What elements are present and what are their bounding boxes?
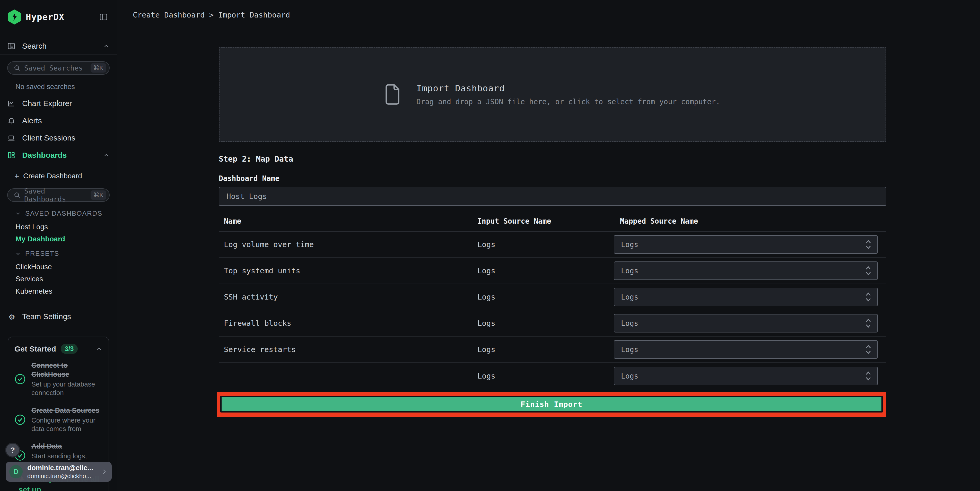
check-circle-icon xyxy=(14,414,26,425)
mapped-source-value: Logs xyxy=(621,293,865,301)
step-title: Step 2: Map Data xyxy=(219,154,886,164)
select-chevrons-icon xyxy=(865,344,872,354)
saved-searches-placeholder: Saved Searches xyxy=(24,64,91,72)
row-input-source: Logs xyxy=(477,372,614,380)
saved-searches-input[interactable]: Saved Searches ⌘K xyxy=(7,61,110,75)
section-label: SAVED DASHBOARDS xyxy=(25,210,102,218)
search-icon xyxy=(13,191,21,199)
get-started-item[interactable]: Create Data Sources Configure where your… xyxy=(14,406,102,433)
create-dashboard-button[interactable]: + Create Dashboard xyxy=(14,171,82,181)
dashboard-name-input[interactable]: Host Logs xyxy=(219,187,886,206)
mapped-source-select[interactable]: Logs xyxy=(614,314,878,332)
row-input-source: Logs xyxy=(477,240,614,249)
mapped-source-value: Logs xyxy=(621,240,865,249)
mapping-table: Name Input Source Name Mapped Source Nam… xyxy=(219,211,886,389)
row-input-source: Logs xyxy=(477,345,614,354)
sidebar-item-client-sessions[interactable]: Client Sessions xyxy=(0,130,117,146)
finish-import-button[interactable]: Finish Import xyxy=(220,396,883,413)
divider xyxy=(0,165,117,165)
chevron-up-icon xyxy=(103,152,110,159)
table-row: Log volume over time Logs Logs xyxy=(219,232,886,258)
chevron-down-icon xyxy=(15,210,21,217)
search-panel-icon xyxy=(7,42,16,50)
mapped-source-value: Logs xyxy=(621,345,865,354)
chevron-down-icon xyxy=(15,251,21,257)
sidebar-item-label: Dashboards xyxy=(22,151,67,160)
sidebar-item-my-dashboard[interactable]: My Dashboard xyxy=(16,235,65,243)
plus-icon: + xyxy=(14,172,19,181)
get-started-item[interactable]: Connect to ClickHouse Set up your databa… xyxy=(14,361,102,397)
row-input-source: Logs xyxy=(477,319,614,327)
sidebar-item-label: Chart Explorer xyxy=(22,99,72,108)
presets-section-header[interactable]: PRESETS xyxy=(15,249,59,257)
row-name: Log volume over time xyxy=(219,240,477,249)
help-button[interactable]: ? xyxy=(5,443,20,458)
collapse-sidebar-button[interactable] xyxy=(96,10,111,24)
search-section-header[interactable]: Search xyxy=(0,38,117,54)
table-row: Service restarts Logs Logs xyxy=(219,337,886,363)
select-chevrons-icon xyxy=(865,292,872,302)
row-name: Firewall blocks xyxy=(219,319,477,327)
chevron-up-icon[interactable] xyxy=(96,346,102,352)
user-email: dominic.tran@clickho... xyxy=(27,472,101,480)
select-chevrons-icon xyxy=(865,371,872,381)
get-started-item-subtitle: Configure where your data comes from xyxy=(32,416,103,433)
shortcut-badge: ⌘K xyxy=(91,63,106,73)
create-dashboard-label: Create Dashboard xyxy=(23,172,82,180)
mapped-source-select[interactable]: Logs xyxy=(614,288,878,306)
dropzone-subtitle: Drag and drop a JSON file here, or click… xyxy=(417,97,720,106)
sidebar-item-alerts[interactable]: Alerts xyxy=(0,113,117,129)
table-row: Firewall blocks Logs Logs xyxy=(219,310,886,337)
sidebar-item-services[interactable]: Services xyxy=(16,275,43,283)
mapped-source-select[interactable]: Logs xyxy=(614,261,878,280)
sidebar-item-label: Alerts xyxy=(22,116,42,125)
sidebar: HyperDX Search Saved Searches ⌘K No save… xyxy=(0,0,117,491)
dropzone-title: Import Dashboard xyxy=(417,83,720,94)
sidebar-item-kubernetes[interactable]: Kubernetes xyxy=(16,287,52,296)
chevron-right-icon xyxy=(101,468,108,475)
select-chevrons-icon xyxy=(865,265,872,276)
sidebar-item-team-settings[interactable]: ⚙ Team Settings xyxy=(7,310,71,323)
saved-dashboards-input[interactable]: Saved Dashboards ⌘K xyxy=(7,188,110,202)
sidebar-item-host-logs[interactable]: Host Logs xyxy=(16,223,48,231)
get-started-item-title: Create Data Sources xyxy=(32,406,103,415)
mapped-source-value: Logs xyxy=(621,372,865,380)
sidebar-item-label: Client Sessions xyxy=(22,133,75,142)
get-started-title: Get Started xyxy=(14,345,56,353)
check-circle-icon xyxy=(14,373,26,385)
saved-dashboards-section-header[interactable]: SAVED DASHBOARDS xyxy=(15,210,102,218)
avatar: D xyxy=(9,465,23,478)
column-header-input-source: Input Source Name xyxy=(477,217,614,226)
hyperdx-logo-icon xyxy=(7,9,22,25)
import-dropzone[interactable]: Import Dashboard Drag and drop a JSON fi… xyxy=(219,47,886,142)
sidebar-item-dashboards[interactable]: Dashboards xyxy=(0,148,117,163)
row-name: SSH activity xyxy=(219,292,477,301)
search-section-label: Search xyxy=(22,42,46,51)
breadcrumb: Create Dashboard > Import Dashboard xyxy=(133,11,290,19)
table-row: Logs Logs xyxy=(219,363,886,389)
user-name: dominic.tran@clic... xyxy=(27,464,101,472)
gear-icon: ⚙ xyxy=(7,311,17,322)
sidebar-item-clickhouse[interactable]: ClickHouse xyxy=(16,263,52,271)
section-label: PRESETS xyxy=(25,249,59,257)
dashboard-name-label: Dashboard Name xyxy=(219,174,886,183)
saved-dashboards-placeholder: Saved Dashboards xyxy=(24,187,91,203)
mapped-source-select[interactable]: Logs xyxy=(614,235,878,254)
shortcut-badge: ⌘K xyxy=(91,191,106,200)
bell-icon xyxy=(7,117,16,125)
column-header-mapped-source: Mapped Source Name xyxy=(614,217,886,226)
help-label: ? xyxy=(10,446,15,454)
logo-row: HyperDX xyxy=(7,9,111,25)
panel-left-icon xyxy=(99,13,108,21)
mapped-source-select[interactable]: Logs xyxy=(614,367,878,385)
file-icon xyxy=(385,83,400,106)
import-dashboard-content: Import Dashboard Drag and drop a JSON fi… xyxy=(219,30,886,416)
mapped-source-select[interactable]: Logs xyxy=(614,340,878,359)
row-input-source: Logs xyxy=(477,266,614,275)
sidebar-item-chart-explorer[interactable]: Chart Explorer xyxy=(0,96,117,111)
finish-import-label: Finish Import xyxy=(520,400,582,408)
table-header-row: Name Input Source Name Mapped Source Nam… xyxy=(219,211,886,232)
user-account-chip[interactable]: D dominic.tran@clic... dominic.tran@clic… xyxy=(6,462,112,482)
dashboard-name-value: Host Logs xyxy=(226,192,267,201)
get-started-item-subtitle: Set up your database connection xyxy=(32,380,103,397)
